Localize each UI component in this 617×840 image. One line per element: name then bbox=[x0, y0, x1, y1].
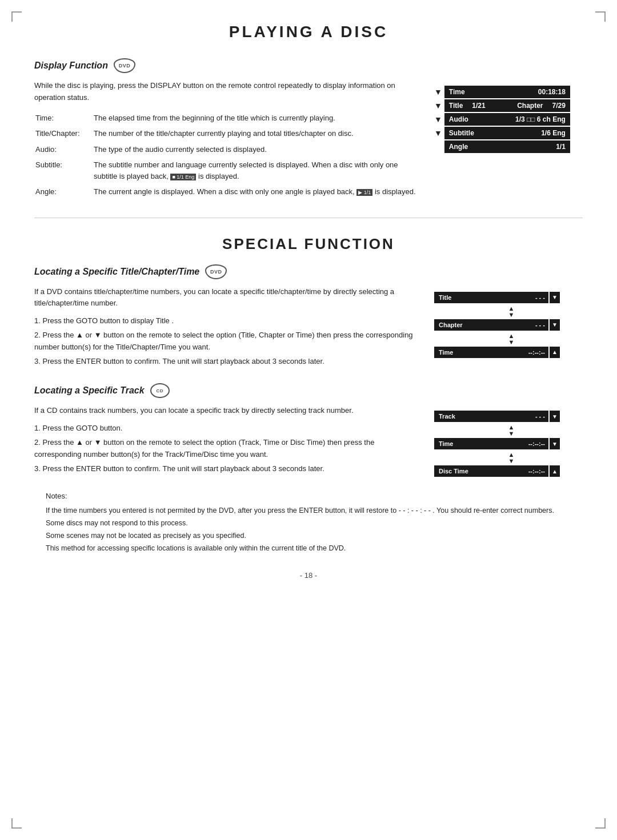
notes-section: Notes: If the time numbers you entered i… bbox=[34, 491, 583, 554]
section-divider bbox=[34, 218, 583, 218]
goto-arrow-time-cd: ▼ bbox=[550, 438, 560, 449]
goto-bars-cd: Track - - - ▼ ▲ ▼ Time --:--:-- ▼ bbox=[434, 411, 583, 477]
definitions-table: Time: The elapsed time from the beginnin… bbox=[34, 110, 423, 200]
goto-value-title: - - - bbox=[456, 294, 548, 301]
arrow-subtitle: ▼ bbox=[434, 129, 442, 137]
locating-title-text: If a DVD contains title/chapter/time num… bbox=[34, 286, 423, 373]
corner-mark-br bbox=[595, 818, 606, 829]
goto-label-time-cd: Time bbox=[434, 440, 458, 447]
goto-row-title: Title - - - ▼ bbox=[434, 292, 583, 303]
note-2: Some discs may not respond to this proce… bbox=[46, 517, 583, 529]
section2-title: SPECIAL FUNCTION bbox=[34, 235, 583, 253]
display-function-heading: Display Function bbox=[34, 61, 108, 71]
down-arrow-4: ▼ bbox=[508, 458, 515, 464]
goto-label-title: Title bbox=[434, 294, 456, 301]
def-row-time: Time: The elapsed time from the beginnin… bbox=[35, 111, 422, 126]
corner-mark-tr bbox=[595, 11, 606, 22]
def-term-audio: Audio: bbox=[35, 142, 93, 157]
info-value-audio: 1/3 □□ 6 ch Eng bbox=[473, 115, 570, 123]
def-term-time: Time: bbox=[35, 111, 93, 126]
step-3: Press the ENTER button to confirm. The u… bbox=[34, 356, 423, 368]
def-desc-subtitle: The subtitle number and language current… bbox=[94, 158, 422, 183]
goto-value-track: - - - bbox=[460, 413, 548, 420]
display-function-intro: While the disc is playing, press the DIS… bbox=[34, 80, 423, 104]
arrow-time: ▼ bbox=[434, 88, 442, 96]
info-value-time: 00:18:18 bbox=[470, 88, 570, 96]
locating-title-heading: Locating a Specific Title/Chapter/Time bbox=[34, 267, 199, 277]
info-value-title: 1/21 bbox=[467, 102, 490, 110]
corner-mark-tl bbox=[11, 11, 22, 22]
info-label-title: Title bbox=[444, 102, 467, 110]
locating-track-heading: Locating a Specific Track bbox=[34, 385, 145, 396]
def-desc-angle: The current angle is displayed. When a d… bbox=[94, 184, 422, 199]
locating-title-content: If a DVD contains title/chapter/time num… bbox=[34, 286, 583, 373]
locating-title-steps: Press the GOTO button to display Title .… bbox=[34, 315, 423, 367]
locating-track-text: If a CD contains track numbers, you can … bbox=[34, 405, 423, 480]
down-arrow-1: ▼ bbox=[508, 312, 515, 318]
corner-mark-bl bbox=[11, 818, 22, 829]
locating-track-steps: Press the GOTO button. Press the ▲ or ▼ … bbox=[34, 423, 423, 475]
def-row-angle: Angle: The current angle is displayed. W… bbox=[35, 184, 422, 199]
up-arrow-1: ▲ bbox=[508, 306, 515, 312]
goto-row-time-dvd: Time --:--:-- ▲ bbox=[434, 347, 583, 358]
step-1: Press the GOTO button to display Title . bbox=[34, 315, 423, 327]
note-3: Some scenes may not be located as precis… bbox=[46, 530, 583, 541]
double-arrow-3: ▲ ▼ bbox=[440, 424, 583, 437]
goto-panel-cd: Track - - - ▼ ▲ ▼ Time --:--:-- ▼ bbox=[434, 405, 583, 480]
info-label-time: Time bbox=[444, 88, 470, 96]
locating-title-header: Locating a Specific Title/Chapter/Time D… bbox=[34, 264, 583, 279]
display-function-header: Display Function DVD bbox=[34, 58, 583, 73]
goto-row-track: Track - - - ▼ bbox=[434, 411, 583, 422]
info-bar-subtitle: Subtitle 1/6 Eng bbox=[444, 127, 570, 139]
def-row-titlechapter: Title/Chapter: The number of the title/c… bbox=[35, 126, 422, 141]
def-desc-time: The elapsed time from the beginning of t… bbox=[94, 111, 422, 126]
display-panel: ▼ Time 00:18:18 ▼ Title 1/21 Chapter 7/2… bbox=[434, 80, 583, 206]
info-label-chapter: Chapter bbox=[512, 102, 547, 110]
def-term-titlechapter: Title/Chapter: bbox=[35, 126, 93, 141]
info-bar-audio: Audio 1/3 □□ 6 ch Eng bbox=[444, 113, 570, 126]
def-desc-audio: The type of the audio currently selected… bbox=[94, 142, 422, 157]
goto-arrow-disctime: ▲ bbox=[550, 465, 560, 477]
def-desc-titlechapter: The number of the title/chapter currentl… bbox=[94, 126, 422, 141]
goto-label-track: Track bbox=[434, 413, 460, 420]
note-1: If the time numbers you entered is not p… bbox=[46, 505, 583, 516]
info-label-subtitle: Subtitle bbox=[444, 129, 479, 137]
notes-title: Notes: bbox=[46, 491, 583, 503]
def-row-audio: Audio: The type of the audio currently s… bbox=[35, 142, 422, 157]
goto-bars-dvd: Title - - - ▼ ▲ ▼ Chapter - - - ▼ bbox=[434, 292, 583, 358]
dvd-logo: DVD bbox=[114, 58, 135, 73]
goto-arrow-title: ▼ bbox=[550, 292, 560, 303]
goto-row-disctime: Disc Time --:--:-- ▲ bbox=[434, 465, 583, 477]
display-row-subtitle: ▼ Subtitle 1/6 Eng bbox=[434, 127, 583, 139]
goto-value-time-cd: --:--:-- bbox=[458, 440, 548, 447]
track-step-3: Press the ENTER button to confirm. The u… bbox=[34, 463, 423, 475]
info-value-angle: 1/1 bbox=[472, 143, 570, 151]
goto-bar-title: Title - - - bbox=[434, 292, 548, 303]
display-bars: ▼ Time 00:18:18 ▼ Title 1/21 Chapter 7/2… bbox=[434, 86, 583, 153]
info-label-angle: Angle bbox=[444, 143, 472, 151]
goto-row-time-cd: Time --:--:-- ▼ bbox=[434, 438, 583, 449]
info-bar-time: Time 00:18:18 bbox=[444, 86, 570, 98]
track-step-1: Press the GOTO button. bbox=[34, 423, 423, 435]
step-2: Press the ▲ or ▼ button on the remote to… bbox=[34, 329, 423, 353]
goto-bar-chapter: Chapter - - - bbox=[434, 319, 548, 331]
arrow-titlechapter: ▼ bbox=[434, 102, 442, 110]
goto-bar-disctime: Disc Time --:--:-- bbox=[434, 465, 548, 477]
double-arrow-2: ▲ ▼ bbox=[440, 333, 583, 345]
goto-label-chapter: Chapter bbox=[434, 321, 467, 328]
display-row-titlechapter: ▼ Title 1/21 Chapter 7/29 bbox=[434, 99, 583, 112]
info-label-audio: Audio bbox=[444, 115, 473, 123]
def-term-angle: Angle: bbox=[35, 184, 93, 199]
info-value-subtitle: 1/6 Eng bbox=[479, 129, 570, 137]
locating-track-header: Locating a Specific Track CD bbox=[34, 383, 583, 398]
down-arrow-3: ▼ bbox=[508, 431, 515, 437]
goto-arrow-track: ▼ bbox=[550, 411, 560, 422]
dvd-logo-2: DVD bbox=[205, 264, 227, 279]
cd-logo: CD bbox=[150, 383, 170, 398]
arrow-audio: ▼ bbox=[434, 115, 442, 123]
goto-arrow-time-dvd: ▲ bbox=[550, 347, 560, 358]
info-bar-angle: Angle 1/1 bbox=[444, 140, 570, 153]
goto-value-time-dvd: --:--:-- bbox=[458, 349, 548, 356]
goto-label-time-dvd: Time bbox=[434, 349, 458, 356]
info-value-chapter: 7/29 bbox=[548, 102, 570, 110]
